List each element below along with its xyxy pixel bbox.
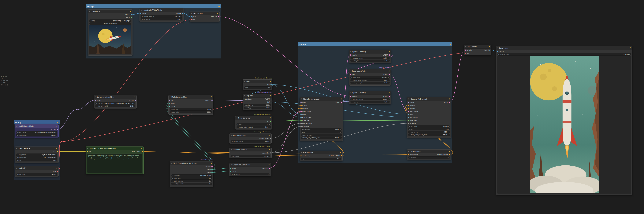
group-mode-dot[interactable] — [57, 122, 58, 123]
input-negative[interactable]: negative — [408, 107, 415, 109]
output-height[interactable]: height — [207, 172, 212, 173]
decrement-icon[interactable]: ◀ — [17, 160, 18, 161]
increment-icon[interactable]: ▶ — [134, 103, 134, 104]
output-VAE[interactable]: VAE — [53, 171, 58, 172]
increment-icon[interactable]: ▶ — [210, 183, 211, 185]
node-steps[interactable]: StepsINT◀int28▶ — [243, 79, 272, 90]
decrement-icon[interactable]: ◀ — [172, 183, 173, 185]
decrement-icon[interactable]: ◀ — [245, 87, 246, 88]
input-model[interactable]: model — [300, 102, 306, 103]
node-lora[interactable]: LoraLoaderModelOnlymodelMODEL◀lora_namec… — [94, 95, 136, 108]
decrement-icon[interactable]: ◀ — [17, 157, 18, 158]
decrement-icon[interactable]: ◀ — [17, 174, 18, 175]
collapse-icon[interactable] — [465, 46, 466, 47]
node-header[interactable]: Inject Latent Noise — [349, 69, 391, 73]
input-samples[interactable]: samples — [350, 95, 358, 97]
decrement-icon[interactable]: ◀ — [172, 181, 173, 182]
input-steps[interactable]: steps — [408, 113, 413, 115]
input-model[interactable]: model — [95, 100, 101, 101]
input-negative[interactable]: negative — [300, 107, 308, 109]
increment-icon[interactable]: ▶ — [56, 154, 56, 155]
collapse-icon[interactable] — [408, 99, 409, 100]
widget-sampler_name[interactable]: ◀sampler_nameeuler▶ — [231, 140, 270, 143]
increment-icon[interactable]: ▶ — [629, 54, 630, 55]
node-header[interactable]: VAE Encode — [190, 12, 220, 15]
widget-return_with_leftover_noise[interactable]: ◀return_with_leftover_noiseenable▶ — [301, 136, 342, 139]
widget-noise_strength[interactable]: ◀noise_strength2.50▶ — [350, 82, 390, 84]
node-header[interactable]: Save Image — [496, 46, 632, 50]
decrement-icon[interactable]: ◀ — [238, 124, 238, 125]
widget-return_with_leftover_noise[interactable]: ◀return_with_leftover_noisedisable▶ — [408, 133, 450, 136]
node-cliptext[interactable]: CLIP Text Encode (Positive Prompt)clipCO… — [86, 146, 144, 174]
node-scalepx[interactable]: ImageScaleToTotalPixelsimageIMAGE◀upscal… — [140, 8, 184, 22]
input-clip[interactable]: clip — [87, 151, 91, 153]
decrement-icon[interactable]: ◀ — [409, 126, 410, 127]
decrement-icon[interactable]: ◀ — [351, 82, 352, 84]
input-samples[interactable]: samples — [465, 49, 472, 51]
node-loaddiff[interactable]: Load Diffusion ModelMODEL◀unet_nameflux1… — [15, 124, 58, 138]
input-image[interactable]: image — [140, 13, 146, 14]
input-samples[interactable]: samples — [350, 54, 358, 56]
decrement-icon[interactable]: ◀ — [351, 80, 352, 81]
collapse-icon[interactable] — [16, 168, 17, 169]
node-upscale2[interactable]: Upscale Latent BysamplesLATENT◀upscale_m… — [349, 91, 391, 105]
widget-upscale_method[interactable]: ◀upscale_methodbicubic▶ — [350, 98, 390, 101]
node-ksampler2[interactable]: KSampler (Advanced)modelLATENTpositivene… — [407, 97, 451, 138]
decrement-icon[interactable]: ◀ — [142, 16, 142, 17]
decrement-icon[interactable]: ◀ — [96, 103, 97, 104]
increment-icon[interactable]: ▶ — [210, 181, 211, 182]
node-emptysd3[interactable]: EmptySD3LatentImagewidthLATENTheight◀bat… — [230, 163, 271, 176]
increment-icon[interactable]: ▶ — [270, 87, 270, 88]
increment-icon[interactable]: ▶ — [56, 160, 56, 161]
node-header[interactable]: KSampler (Advanced) — [300, 97, 343, 101]
decrement-icon[interactable]: ◀ — [245, 107, 246, 108]
group-mode-dot[interactable] — [218, 6, 220, 7]
increment-icon[interactable]: ▶ — [340, 132, 341, 133]
widget-int[interactable]: ◀int28▶ — [244, 86, 271, 89]
node-loadvae[interactable]: Load VAEVAE◀vae_nameae.sft▶ — [15, 166, 58, 177]
node-inject[interactable]: Inject Latent NoiselatentLATENT◀noise_se… — [349, 69, 391, 86]
increment-icon[interactable]: ▶ — [388, 82, 389, 84]
node-saveimg[interactable]: Save Imageimages◀filename_prefixComfyUI▶ — [496, 46, 632, 195]
collapse-icon[interactable] — [95, 97, 96, 98]
increment-icon[interactable]: ▶ — [448, 129, 449, 130]
decrement-icon[interactable]: ◀ — [96, 106, 97, 107]
node-vaeencode[interactable]: VAE EncodepixelsLATENTvae — [190, 11, 220, 22]
decrement-icon[interactable]: ◀ — [409, 157, 410, 158]
output-LATENT[interactable]: LATENT — [262, 167, 270, 169]
output-scheduler[interactable]: scheduler — [262, 152, 271, 154]
output-MASK[interactable]: MASK — [126, 17, 132, 18]
increment-icon[interactable]: ▶ — [268, 174, 268, 175]
increment-icon[interactable]: ▶ — [56, 132, 56, 133]
input-height[interactable]: height — [169, 106, 175, 107]
decrement-icon[interactable]: ◀ — [17, 154, 18, 155]
node-vaedecode[interactable]: VAE DecodesamplesIMAGEvae — [464, 45, 491, 55]
node-header[interactable]: EmptySD3LatentImage — [230, 163, 270, 167]
widget-height_override[interactable]: ◀height_override0▶ — [171, 183, 212, 185]
output-IMAGE[interactable]: IMAGE — [176, 13, 183, 14]
collapse-icon[interactable] — [231, 135, 232, 136]
group-mode-dot[interactable] — [450, 44, 451, 45]
increment-icon[interactable]: ▶ — [340, 137, 341, 138]
input-model[interactable]: model — [169, 100, 175, 101]
node-header[interactable]: CLIP Text Encode (Positive Prompt) — [86, 147, 144, 150]
decrement-icon[interactable]: ◀ — [17, 135, 18, 136]
node-header[interactable]: KSampler (Advanced) — [407, 97, 451, 101]
decrement-icon[interactable]: ◀ — [498, 54, 499, 55]
collapse-icon[interactable] — [497, 47, 498, 48]
output-width[interactable]: width — [207, 169, 212, 170]
increment-icon[interactable]: ▶ — [388, 57, 389, 59]
input-end_at_step[interactable]: end_at_step — [300, 117, 311, 118]
collapse-icon[interactable] — [170, 97, 170, 98]
increment-icon[interactable]: ▶ — [210, 109, 211, 110]
widget-start_at_step[interactable]: ◀start_at_step0▶ — [301, 134, 342, 136]
group-header[interactable]: Group — [86, 4, 221, 8]
decrement-icon[interactable]: ◀ — [351, 57, 352, 59]
widget-scale_by[interactable]: ◀scale_by1.50▶ — [350, 60, 390, 62]
widget-lora_name[interactable]: ◀lora_nameccs_codlan.1970s.flux.1-dev-te… — [95, 102, 136, 105]
collapse-icon[interactable] — [231, 149, 232, 150]
input-height[interactable]: height — [230, 170, 236, 172]
widget-vae_name[interactable]: ◀vae_nameae.sft▶ — [16, 173, 57, 176]
node-loadimg[interactable]: Load ImageIMAGEMASK◀imagepastedImage (17… — [88, 9, 132, 56]
input-width[interactable]: width — [169, 103, 174, 104]
